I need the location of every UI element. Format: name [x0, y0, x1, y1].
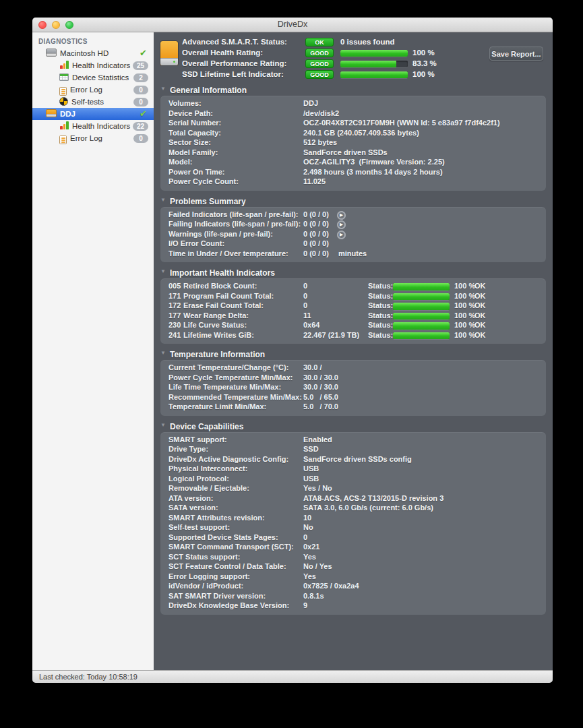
section-header[interactable]: ▼Temperature Information	[154, 348, 553, 359]
row-label: Temperature Limit Min/Max:	[168, 402, 266, 411]
row-label: Serial Number:	[168, 119, 221, 127]
row-label: Life Curve Status:	[183, 321, 247, 329]
minimize-button[interactable]	[52, 21, 60, 29]
sidebar-item-device-statistics[interactable]: Device Statistics2	[32, 71, 154, 84]
sidebar-item-error-log[interactable]: Error Log0	[32, 84, 154, 96]
row-label: ATA version:	[168, 494, 213, 502]
row-value: 5.0 / 70.0	[303, 402, 338, 411]
sidebar-item-health-indicators[interactable]: Health Indicators25	[32, 59, 154, 71]
info-row: Recommended Temperature Min/Max:5.0 / 65…	[160, 393, 546, 403]
info-row: Total Capacity:240.1 GB (240.057.409.536…	[160, 129, 546, 139]
row-value: 10	[303, 514, 311, 522]
status-bar: Last checked: Today 10:58:19	[32, 670, 553, 683]
info-row: SATA version:SATA 3.0, 6.0 Gb/s (current…	[160, 504, 546, 514]
status-percent: 100 %	[454, 292, 475, 300]
row-value: 9	[303, 601, 307, 609]
self-tests-icon	[59, 97, 68, 107]
sidebar-item-ddj[interactable]: DDJ✔	[32, 108, 154, 120]
disclosure-triangle-icon[interactable]: ▼	[160, 197, 166, 203]
sections: ▼General InformationVolumes:DDJDevice Pa…	[154, 84, 553, 615]
sidebar-item-label: Error Log	[70, 134, 102, 142]
row-value: 0x21	[303, 543, 319, 551]
save-report-button[interactable]: Save Report...	[489, 47, 543, 61]
row-label: DriveDx Active Diagnostic Config:	[168, 455, 288, 463]
attribute-id: 172	[168, 301, 181, 309]
sidebar-item-self-tests[interactable]: Self-tests0	[32, 96, 154, 108]
sidebar-item-macintosh-hd[interactable]: Macintosh HD✔	[32, 47, 154, 59]
info-row: idVendor / idProduct:0x7825 / 0xa2a4	[160, 582, 546, 592]
status-percent: 100 %	[454, 331, 475, 339]
sidebar-item-error-log[interactable]: Error Log0	[32, 132, 154, 144]
section-header[interactable]: ▼General Information	[154, 84, 553, 95]
status-percent: 100 %	[454, 321, 475, 329]
drivedx-window: DriveDx DIAGNOSTICS Macintosh HD✔Health …	[32, 18, 553, 683]
traffic-lights	[38, 21, 73, 29]
error-log-icon	[59, 132, 67, 145]
info-row: Device Path:/dev/disk2	[160, 109, 546, 119]
info-row: Supported Device Stats Pages:0	[160, 533, 546, 543]
info-row: Sector Size:512 bytes	[160, 138, 546, 148]
row-value: SandForce driven SSDs	[303, 148, 388, 156]
row-label: Supported Device Stats Pages:	[168, 533, 278, 541]
zoom-button[interactable]	[65, 21, 73, 29]
rating-bar-track	[340, 71, 408, 78]
status-bar-track	[393, 283, 450, 291]
details-arrow-button[interactable]	[337, 220, 346, 229]
summary-label: Advanced S.M.A.R.T. Status:	[182, 38, 287, 46]
row-value: 512 bytes	[303, 138, 337, 146]
status-label: Status:	[368, 292, 393, 300]
disclosure-triangle-icon[interactable]: ▼	[160, 422, 166, 428]
row-value: USB	[303, 464, 319, 473]
info-row: SAT SMART Driver version:0.8.1s	[160, 592, 546, 602]
row-label: Erase Fail Count Total:	[183, 301, 264, 309]
last-checked-text: Last checked: Today 10:58:19	[39, 673, 137, 681]
row-label: Physical Interconnect:	[168, 464, 247, 473]
section-header[interactable]: ▼Problems Summary	[154, 195, 553, 206]
info-row: 177Wear Range Delta:11Status:100 %OK	[160, 311, 546, 322]
rating-bar-fill	[340, 61, 396, 67]
status-label: Status:	[368, 331, 393, 339]
disclosure-triangle-icon[interactable]: ▼	[160, 86, 166, 92]
rating-percent: 100 %	[412, 49, 435, 57]
info-row: SMART Command Transport (SCT):0x21	[160, 543, 546, 553]
info-row: Warnings (life-span / pre-fail):0 (0 / 0…	[160, 230, 546, 240]
disclosure-triangle-icon[interactable]: ▼	[160, 268, 166, 274]
status-ok: OK	[474, 282, 486, 290]
status-bar-track	[393, 322, 450, 330]
info-row: Model:OCZ-AGILITY3 (Firmware Version: 2.…	[160, 158, 546, 168]
section-box: Current Temperature/Change (°C):30.0 /Po…	[160, 360, 546, 416]
row-label: SCT Feature Control / Data Table:	[168, 562, 286, 570]
row-label: Power Cycle Temperature Min/Max:	[168, 373, 293, 382]
section-title: Problems Summary	[170, 197, 246, 206]
row-value: 0 (0 / 0)	[303, 210, 329, 218]
section-general-information: ▼General InformationVolumes:DDJDevice Pa…	[154, 84, 553, 191]
info-row: 241Lifetime Writes GiB:22.467 (21.9 TB)S…	[160, 331, 546, 341]
row-value: 240.1 GB (240.057.409.536 bytes)	[303, 129, 419, 137]
section-header[interactable]: ▼Device Capabilities	[154, 420, 553, 431]
sidebar-group-label: DIAGNOSTICS	[32, 36, 154, 47]
disclosure-triangle-icon[interactable]: ▼	[160, 350, 166, 356]
section-title: Important Health Indicators	[170, 268, 275, 278]
section-box: Failed Indicators (life-span / pre-fail)…	[160, 207, 546, 263]
details-arrow-button[interactable]	[337, 231, 346, 239]
titlebar[interactable]: DriveDx	[32, 18, 553, 32]
status-bar-fill	[393, 322, 450, 330]
close-button[interactable]	[38, 21, 47, 29]
status-percent: 100 %	[454, 311, 475, 320]
sidebar: DIAGNOSTICS Macintosh HD✔Health Indicato…	[32, 32, 154, 670]
row-value: 22.467 (21.9 TB)	[303, 331, 359, 339]
sidebar-item-health-indicators[interactable]: Health Indicators22	[32, 120, 154, 132]
row-label: Self-test support:	[168, 523, 230, 531]
row-value: 0	[303, 301, 307, 309]
details-arrow-button[interactable]	[337, 211, 346, 220]
info-row: Time in Under / Over temperature:0 (0 / …	[160, 249, 546, 260]
section-title: Device Capabilities	[170, 422, 243, 431]
row-value: SandForce driven SSDs config	[303, 455, 412, 463]
info-row: 171Program Fail Count Total:0Status:100 …	[160, 292, 546, 302]
status-bar-fill	[393, 303, 450, 310]
info-row: Error Logging support:Yes	[160, 572, 546, 582]
health-indicators-icon	[59, 121, 69, 131]
sidebar-item-label: Self-tests	[71, 98, 104, 106]
section-header[interactable]: ▼Important Health Indicators	[154, 266, 553, 278]
info-row: SMART support:Enabled	[160, 435, 546, 446]
